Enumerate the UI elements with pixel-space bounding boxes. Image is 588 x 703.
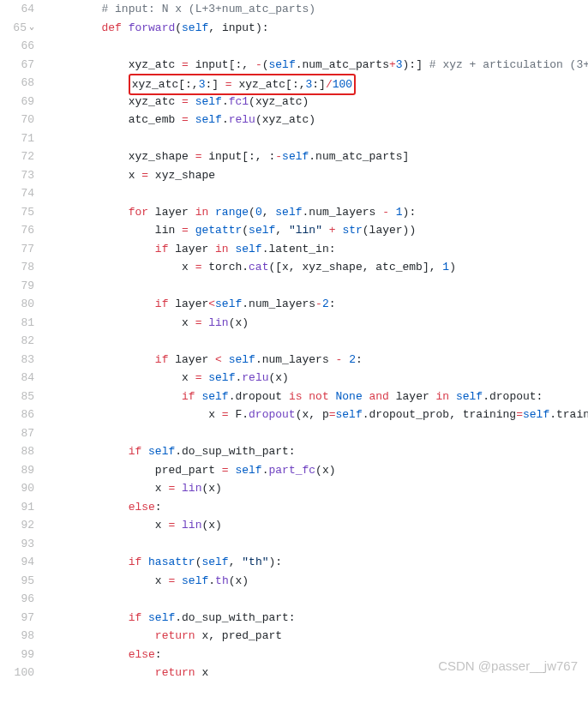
- code-line[interactable]: if layer in self.latent_in:: [48, 240, 588, 259]
- code-token: (: [242, 224, 249, 237]
- code-token: [189, 95, 195, 108]
- code-line[interactable]: xyz_shape = input[:, :-self.num_atc_part…: [48, 147, 588, 166]
- code-line[interactable]: xyz_atc = input[:, -(self.num_atc_parts+…: [48, 56, 588, 75]
- code-line[interactable]: def forward(self, input):: [48, 19, 588, 38]
- code-token: x: [182, 371, 195, 384]
- line-number: 71: [0, 129, 34, 148]
- line-number: 90: [0, 479, 34, 498]
- code-area[interactable]: # input: N x (L+3+num_atc_parts) def for…: [48, 0, 588, 682]
- code-line[interactable]: if self.dropout is not None and layer in…: [48, 388, 588, 406]
- code-token: self: [235, 464, 261, 477]
- code-line[interactable]: if self.do_sup_with_part:: [48, 442, 588, 461]
- code-token: layer: [155, 206, 195, 219]
- code-line[interactable]: x = self.relu(x): [48, 369, 588, 388]
- chevron-down-icon[interactable]: ⌄: [29, 21, 34, 35]
- code-token: return: [155, 666, 202, 679]
- line-number: 82: [0, 332, 34, 351]
- code-token: torch.: [201, 261, 249, 273]
- code-token: =: [182, 58, 189, 71]
- code-token: [342, 353, 349, 366]
- code-token: F.: [229, 408, 249, 421]
- code-token: layer: [175, 297, 208, 310]
- code-token: :: [155, 501, 162, 514]
- code-line[interactable]: xyz_atc[:,3:] = xyz_atc[:,3:]/100: [48, 74, 588, 93]
- code-line[interactable]: [48, 424, 588, 443]
- code-line[interactable]: if hasattr(self, "th"):: [48, 553, 588, 572]
- code-line[interactable]: [48, 129, 588, 148]
- code-token: .dropout_prob,: [363, 408, 463, 421]
- code-token: in: [436, 390, 456, 403]
- code-line[interactable]: [48, 535, 588, 554]
- code-token: is not: [289, 390, 336, 403]
- code-token: self: [269, 58, 296, 71]
- code-token: getattr: [195, 224, 243, 237]
- line-number: 66: [0, 37, 34, 56]
- code-token: .num_layers: [242, 297, 315, 310]
- code-token: .: [262, 464, 269, 477]
- code-line[interactable]: else:: [48, 498, 588, 517]
- code-token: self: [282, 150, 309, 163]
- code-line[interactable]: else:: [48, 646, 588, 664]
- code-token: in: [195, 206, 215, 219]
- code-token: self: [201, 390, 228, 403]
- code-token: .num_layers: [255, 353, 336, 366]
- code-token: ,: [229, 556, 243, 568]
- code-token: layer: [396, 390, 436, 403]
- code-line[interactable]: [48, 184, 588, 203]
- code-line[interactable]: lin = getattr(self, "lin" + str(layer)): [48, 221, 588, 240]
- code-token: :: [356, 353, 363, 366]
- line-number: 89: [0, 461, 34, 480]
- code-token: -: [275, 150, 282, 163]
- code-line[interactable]: [48, 277, 588, 296]
- code-line[interactable]: return x: [48, 664, 588, 682]
- code-token: "lin": [289, 224, 322, 237]
- code-token: .do_sup_with_part:: [175, 611, 295, 624]
- code-line[interactable]: x = lin(x): [48, 479, 588, 498]
- line-number: 72: [0, 147, 34, 166]
- code-line[interactable]: x = torch.cat([x, xyz_shape, atc_emb], 1…: [48, 258, 588, 277]
- code-line[interactable]: if layer < self.num_layers - 2:: [48, 351, 588, 370]
- line-number: 75: [0, 203, 34, 222]
- code-editor[interactable]: 6465⌄66676869707172737475767778798081828…: [0, 0, 588, 682]
- code-line[interactable]: return x, pred_part: [48, 627, 588, 646]
- code-line[interactable]: [48, 37, 588, 56]
- code-token: lin: [208, 316, 228, 329]
- line-number: 87: [0, 424, 34, 443]
- code-line[interactable]: x = lin(x): [48, 314, 588, 333]
- code-line[interactable]: x = xyz_shape: [48, 166, 588, 185]
- code-line[interactable]: if layer<self.num_layers-2:: [48, 295, 588, 314]
- code-line[interactable]: x = self.th(x): [48, 572, 588, 591]
- code-line[interactable]: atc_emb = self.relu(xyz_atc): [48, 111, 588, 129]
- code-token: [389, 206, 396, 219]
- code-token: atc_emb: [129, 113, 182, 126]
- line-number: 73: [0, 166, 34, 185]
- code-token: if: [129, 556, 148, 568]
- code-token: , input):: [208, 21, 268, 34]
- code-line[interactable]: pred_part = self.part_fc(x): [48, 461, 588, 480]
- code-token: =: [141, 169, 148, 182]
- code-token: x: [155, 482, 169, 495]
- code-token: x, pred_part: [201, 629, 282, 642]
- code-token: =: [222, 408, 229, 421]
- code-line[interactable]: for layer in range(0, self.num_layers - …: [48, 203, 588, 222]
- code-line[interactable]: [48, 590, 588, 609]
- code-token: x: [129, 169, 142, 182]
- code-token: =: [516, 408, 523, 421]
- code-line[interactable]: if self.do_sup_with_part:: [48, 609, 588, 628]
- code-token: 1: [442, 261, 449, 273]
- code-token: None: [335, 390, 362, 403]
- code-token: (x,: [296, 408, 322, 421]
- code-token: (: [175, 21, 182, 34]
- code-token: if: [129, 611, 148, 624]
- code-line[interactable]: [48, 332, 588, 351]
- line-number: 67: [0, 56, 34, 75]
- code-token: xyz_atc[:,: [232, 78, 306, 91]
- line-number: 77: [0, 240, 34, 259]
- code-line[interactable]: x = lin(x): [48, 516, 588, 535]
- code-token: ): [449, 261, 456, 273]
- code-token: self: [336, 408, 363, 421]
- code-line[interactable]: x = F.dropout(x, p=self.dropout_prob, tr…: [48, 406, 588, 424]
- code-token: self: [201, 556, 228, 568]
- code-token: <: [215, 353, 222, 366]
- code-line[interactable]: # input: N x (L+3+num_atc_parts): [48, 0, 588, 19]
